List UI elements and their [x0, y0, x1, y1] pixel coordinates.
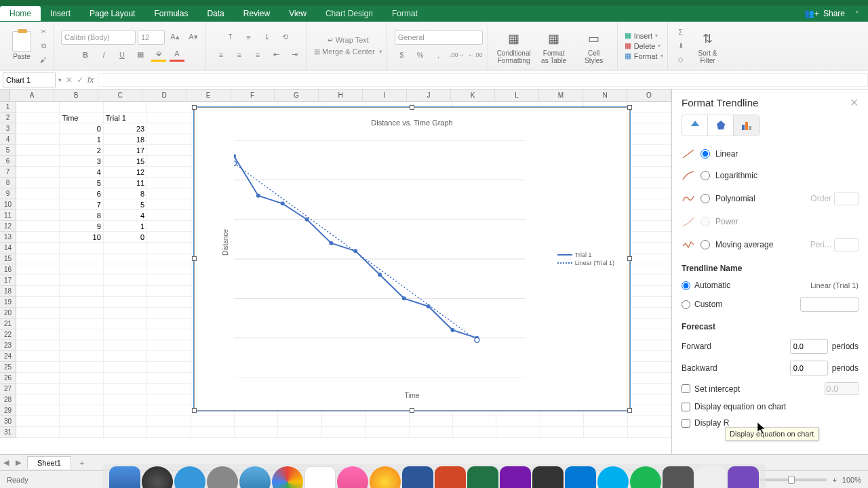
- cell[interactable]: [235, 416, 278, 427]
- cell[interactable]: [147, 123, 191, 134]
- cell[interactable]: [16, 340, 60, 351]
- cell[interactable]: 9: [60, 221, 103, 232]
- merge-center-button[interactable]: Merge & Center: [322, 47, 375, 56]
- cell[interactable]: [60, 275, 103, 286]
- add-sheet-button[interactable]: +: [75, 459, 89, 467]
- cell[interactable]: [628, 362, 671, 373]
- format-as-table-button[interactable]: ▦Formatas Table: [535, 28, 573, 64]
- cell[interactable]: [16, 156, 60, 167]
- cell[interactable]: [147, 134, 191, 145]
- cell[interactable]: 18: [104, 134, 147, 145]
- cell[interactable]: [147, 275, 191, 286]
- cell[interactable]: 12: [104, 167, 147, 178]
- align-right-icon[interactable]: ≡: [250, 47, 266, 62]
- row-header[interactable]: 24: [0, 351, 16, 362]
- cell[interactable]: [147, 308, 191, 319]
- sheet-nav-prev[interactable]: ◀: [0, 458, 12, 467]
- row-header[interactable]: 12: [0, 221, 16, 232]
- zoom-level[interactable]: 100%: [842, 476, 861, 484]
- bold-button[interactable]: B: [77, 47, 94, 62]
- italic-button[interactable]: I: [96, 47, 112, 62]
- cell[interactable]: [16, 405, 60, 416]
- cell[interactable]: [147, 253, 191, 264]
- share-button[interactable]: Share: [823, 9, 845, 18]
- dock-app[interactable]: [663, 466, 694, 488]
- pane-tab-options[interactable]: [734, 115, 760, 136]
- cell[interactable]: [104, 253, 147, 264]
- cell[interactable]: [60, 102, 103, 113]
- dock-app-spotify[interactable]: [630, 466, 661, 488]
- chart-object[interactable]: Distance vs. Time Graph Distance Time -5…: [194, 107, 630, 411]
- cell[interactable]: [104, 308, 147, 319]
- cell[interactable]: [147, 145, 191, 156]
- row-header[interactable]: 7: [0, 167, 16, 178]
- cell[interactable]: [16, 384, 60, 394]
- cell[interactable]: [628, 178, 671, 188]
- cell[interactable]: [60, 243, 103, 253]
- resize-handle[interactable]: [627, 105, 632, 110]
- row-header[interactable]: 16: [0, 264, 16, 275]
- cell[interactable]: 6: [60, 188, 103, 199]
- cell[interactable]: [60, 427, 103, 438]
- cell[interactable]: [322, 427, 366, 438]
- cell[interactable]: [628, 243, 671, 253]
- cell[interactable]: [16, 243, 60, 253]
- tab-page-layout[interactable]: Page Layout: [80, 6, 144, 21]
- column-header[interactable]: D: [142, 89, 186, 101]
- zoom-in-button[interactable]: +: [832, 476, 836, 484]
- tab-insert[interactable]: Insert: [41, 6, 80, 21]
- cell[interactable]: 4: [104, 210, 147, 221]
- sheet-nav-next[interactable]: ▶: [12, 458, 24, 467]
- align-center-icon[interactable]: ≡: [231, 47, 248, 62]
- cell[interactable]: [628, 188, 671, 199]
- row-header[interactable]: 27: [0, 384, 16, 394]
- cell[interactable]: [60, 329, 103, 340]
- row-header[interactable]: 10: [0, 199, 16, 210]
- cell[interactable]: [628, 210, 671, 221]
- tab-chart-design[interactable]: Chart Design: [316, 6, 382, 21]
- tab-home[interactable]: Home: [0, 6, 41, 21]
- cell[interactable]: [60, 340, 103, 351]
- cell[interactable]: [628, 351, 671, 362]
- dock-app[interactable]: [207, 466, 238, 488]
- dock-app-chrome[interactable]: [272, 466, 303, 488]
- cell[interactable]: [147, 416, 191, 427]
- cell[interactable]: [628, 199, 671, 210]
- column-header[interactable]: J: [407, 89, 451, 101]
- cell[interactable]: [104, 297, 147, 308]
- cell[interactable]: [191, 427, 235, 438]
- cell[interactable]: [60, 253, 103, 264]
- paste-icon[interactable]: [12, 31, 31, 52]
- cell[interactable]: [147, 329, 191, 340]
- cut-icon[interactable]: ✂: [37, 26, 50, 38]
- cell[interactable]: [496, 427, 540, 438]
- cell[interactable]: [628, 134, 671, 145]
- cell[interactable]: [628, 102, 671, 113]
- increase-indent-icon[interactable]: ⇥: [286, 47, 302, 62]
- orientation-icon[interactable]: ⟲: [277, 30, 294, 45]
- cell[interactable]: [16, 134, 60, 145]
- chart-title[interactable]: Distance vs. Time Graph: [200, 119, 624, 127]
- cell[interactable]: 17: [104, 145, 147, 156]
- percent-icon[interactable]: %: [412, 47, 429, 62]
- dock-app-word[interactable]: [402, 466, 433, 488]
- name-box[interactable]: Chart 1: [3, 73, 56, 87]
- cell[interactable]: [191, 416, 235, 427]
- cell[interactable]: [628, 340, 671, 351]
- cell[interactable]: 0: [104, 232, 147, 243]
- row-header[interactable]: 15: [0, 253, 16, 264]
- cell[interactable]: [147, 232, 191, 243]
- dock-app[interactable]: [695, 466, 726, 488]
- resize-handle[interactable]: [410, 408, 414, 413]
- spreadsheet-grid[interactable]: ABCDEFGHIJKLMNO 123456789101112131415161…: [0, 89, 671, 454]
- increase-font-icon[interactable]: A▴: [167, 30, 183, 45]
- tab-review[interactable]: Review: [234, 6, 279, 21]
- cell[interactable]: [16, 275, 60, 286]
- underline-button[interactable]: U: [114, 47, 130, 62]
- column-header[interactable]: I: [363, 89, 407, 101]
- sort-filter-button[interactable]: ⇅Sort &Filter: [689, 28, 727, 64]
- cell[interactable]: [104, 405, 147, 416]
- cell[interactable]: [628, 405, 671, 416]
- cell[interactable]: [60, 286, 103, 297]
- cell[interactable]: 15: [104, 156, 147, 167]
